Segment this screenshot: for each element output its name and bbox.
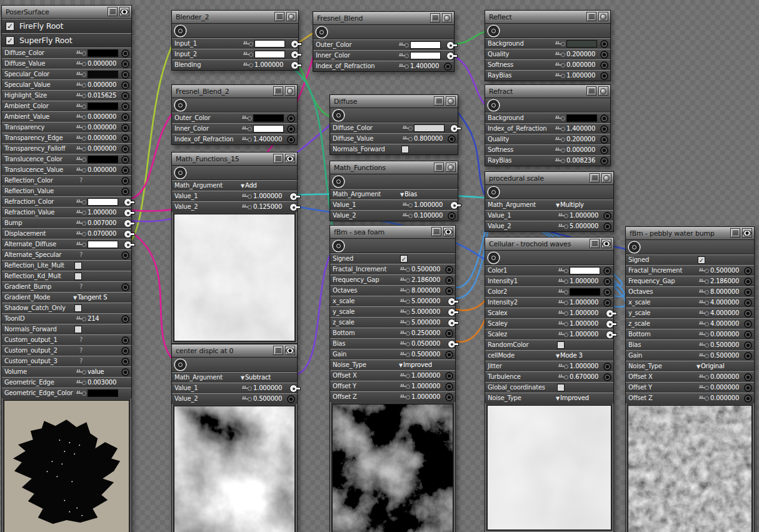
param-value[interactable]: 214 — [88, 315, 99, 322]
param-value[interactable]: 0.670000 — [570, 373, 598, 380]
output-socket-icon[interactable] — [629, 242, 640, 253]
animation-key-icon[interactable] — [242, 204, 252, 210]
input-socket[interactable] — [600, 125, 608, 133]
param-value[interactable]: 0.000000 — [88, 60, 116, 67]
input-socket[interactable] — [445, 276, 453, 284]
param-checkbox[interactable] — [557, 384, 565, 391]
input-socket[interactable] — [287, 136, 295, 144]
param-value[interactable]: value — [88, 368, 104, 375]
param-value[interactable]: 0.000000 — [566, 61, 595, 68]
param-value[interactable]: 5.000000 — [411, 319, 440, 326]
param-checkbox[interactable]: ✓ — [400, 255, 408, 263]
input-plug-connected[interactable] — [606, 309, 614, 318]
input-socket[interactable] — [121, 166, 129, 174]
output-socket-icon[interactable] — [175, 168, 186, 178]
node-titlebar[interactable]: fBm - sea foam — [330, 226, 455, 239]
input-socket[interactable] — [445, 383, 453, 391]
param-value[interactable]: 0.000000 — [88, 145, 116, 152]
animation-key-icon[interactable] — [242, 116, 252, 121]
animation-key-icon[interactable] — [555, 126, 565, 132]
node-procedural-scale[interactable]: procedural scaleMath_ArgumentMultiplyVal… — [485, 171, 614, 232]
animation-key-icon[interactable] — [76, 168, 86, 173]
animation-key-icon[interactable] — [699, 268, 709, 274]
param-value[interactable]: 1.000000 — [414, 201, 443, 208]
animation-key-icon[interactable] — [242, 126, 252, 132]
input-socket[interactable] — [121, 358, 129, 366]
param-value[interactable]: 0.015625 — [88, 92, 116, 99]
animation-key-icon[interactable] — [555, 41, 565, 47]
input-socket[interactable] — [121, 283, 129, 291]
param-value[interactable]: 5.000000 — [411, 308, 440, 315]
preview-toggle-button[interactable] — [446, 96, 456, 106]
color-swatch[interactable] — [253, 114, 284, 122]
animation-key-icon[interactable] — [699, 279, 709, 284]
node-cellular-trochoid-waves[interactable]: Cellular - trochoid wavesColor1Intensity… — [485, 237, 614, 532]
animation-key-icon[interactable] — [558, 332, 568, 338]
animation-key-icon[interactable] — [699, 385, 709, 391]
param-value[interactable]: 0.200000 — [566, 51, 595, 58]
output-socket-icon[interactable] — [333, 241, 344, 251]
param-value[interactable]: 1.000000 — [411, 383, 440, 389]
input-plug-connected[interactable] — [124, 241, 132, 249]
animation-key-icon[interactable] — [403, 203, 413, 208]
animation-key-icon[interactable] — [76, 83, 86, 88]
color-swatch[interactable] — [570, 288, 600, 296]
animation-key-icon[interactable] — [699, 300, 709, 306]
preview-toggle-button[interactable] — [119, 7, 129, 16]
animation-key-icon[interactable] — [555, 137, 565, 143]
animation-key-icon[interactable] — [400, 373, 410, 379]
options-list-button[interactable] — [273, 86, 283, 96]
param-value[interactable]: 0.000000 — [88, 81, 116, 88]
param-checkbox[interactable] — [74, 262, 82, 269]
node-titlebar[interactable]: procedural scale — [485, 172, 613, 185]
input-socket[interactable] — [121, 177, 129, 185]
node-titlebar[interactable]: Fresnel_Blend — [313, 12, 454, 25]
animation-key-icon[interactable] — [76, 125, 86, 131]
animation-key-icon[interactable] — [403, 126, 413, 131]
animation-key-icon[interactable] — [558, 321, 568, 327]
param-value[interactable]: 2.186000 — [710, 278, 739, 284]
input-socket[interactable] — [600, 136, 608, 144]
param-value[interactable]: 0.000000 — [710, 373, 739, 380]
param-value[interactable]: 0.800000 — [414, 135, 443, 142]
animation-key-icon[interactable] — [400, 341, 410, 347]
dropdown-value[interactable]: Mode 3 — [556, 352, 583, 359]
input-plug-connected[interactable] — [291, 51, 299, 59]
output-socket-icon[interactable] — [175, 359, 186, 370]
input-socket[interactable] — [121, 49, 129, 58]
input-socket[interactable] — [600, 51, 608, 59]
animation-key-icon[interactable] — [76, 51, 86, 56]
input-socket[interactable] — [445, 372, 453, 380]
options-list-button[interactable] — [434, 96, 444, 106]
options-list-button[interactable] — [273, 154, 283, 163]
param-value[interactable]: 0.008236 — [566, 157, 595, 164]
node-diffuse[interactable]: DiffuseDiffuse_ColorDiffuse_Value0.80000… — [329, 94, 458, 155]
node-titlebar[interactable]: Fresnel_Blend_2 — [172, 85, 297, 98]
input-socket[interactable] — [744, 299, 752, 307]
dropdown-value[interactable]: Original — [696, 363, 724, 369]
param-value[interactable]: 0.000000 — [710, 331, 739, 338]
input-socket[interactable] — [287, 125, 295, 133]
param-value[interactable]: 1.000000 — [566, 72, 595, 79]
root-checkbox[interactable]: ✓ — [6, 36, 14, 45]
param-value[interactable]: 0.000000 — [566, 146, 595, 153]
input-socket[interactable] — [603, 278, 611, 286]
input-socket[interactable] — [121, 315, 129, 323]
animation-key-icon[interactable] — [76, 316, 86, 322]
output-socket-icon[interactable] — [488, 253, 499, 263]
preview-toggle-button[interactable] — [601, 239, 611, 248]
animation-key-icon[interactable] — [558, 213, 568, 219]
param-value[interactable]: 1.000000 — [411, 393, 440, 400]
animation-key-icon[interactable] — [558, 268, 568, 274]
node-refract[interactable]: RefractBackgroundIndex_of_Refraction1.40… — [485, 84, 611, 166]
animation-key-icon[interactable] — [699, 311, 709, 316]
input-plug-connected[interactable] — [448, 298, 456, 306]
node-reflect[interactable]: ReflectBackgroundQuality0.200000Softness… — [485, 10, 611, 81]
animation-key-icon[interactable] — [555, 148, 565, 153]
input-socket[interactable] — [744, 267, 752, 275]
animation-key-icon[interactable] — [400, 352, 410, 358]
input-socket[interactable] — [744, 331, 752, 339]
options-list-button[interactable] — [108, 7, 118, 16]
param-value[interactable]: 4.000000 — [710, 309, 739, 316]
options-list-button[interactable] — [431, 227, 441, 236]
